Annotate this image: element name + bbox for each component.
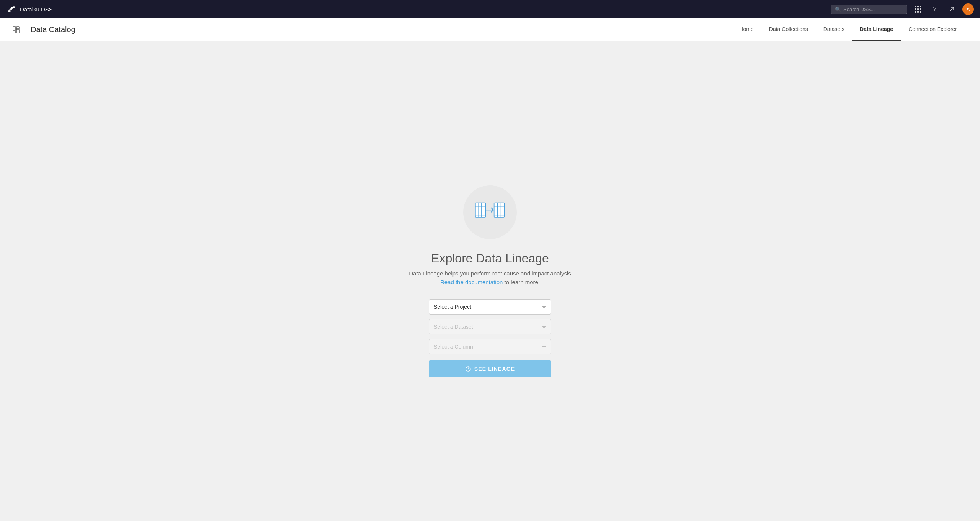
lineage-btn-icon <box>465 366 471 372</box>
question-icon: ? <box>933 6 937 13</box>
tab-data-collections[interactable]: Data Collections <box>761 18 816 41</box>
tab-home[interactable]: Home <box>732 18 761 41</box>
page-title: Data Catalog <box>31 25 75 34</box>
main-content: Explore Data Lineage Data Lineage helps … <box>0 41 980 521</box>
external-link-icon <box>949 6 955 12</box>
apps-grid-button[interactable] <box>912 3 924 15</box>
search-input[interactable] <box>843 7 903 12</box>
app-logo[interactable]: Dataiku DSS <box>6 4 53 15</box>
explore-doc-line: Read the documentation to learn more. <box>440 279 540 285</box>
lineage-datasets-icon <box>475 201 505 224</box>
see-lineage-button[interactable]: SEE LINEAGE <box>429 360 551 377</box>
svg-rect-2 <box>13 31 16 33</box>
catalog-icon-button[interactable] <box>8 18 24 41</box>
lineage-form: Select a Project Select a Dataset Select… <box>429 299 551 377</box>
svg-rect-3 <box>16 27 19 29</box>
column-select-wrapper: Select a Column <box>429 339 551 354</box>
lineage-icon-illustration <box>463 185 517 239</box>
global-search[interactable]: 🔍 <box>831 5 907 14</box>
project-select-wrapper: Select a Project <box>429 299 551 315</box>
catalog-icon <box>12 26 20 34</box>
search-icon: 🔍 <box>835 7 841 12</box>
explore-title: Explore Data Lineage <box>431 251 549 265</box>
external-link-button[interactable] <box>946 3 958 15</box>
doc-link-suffix: to learn more. <box>503 279 540 285</box>
svg-rect-1 <box>13 27 16 30</box>
tab-connection-explorer[interactable]: Connection Explorer <box>901 18 965 41</box>
see-lineage-label: SEE LINEAGE <box>474 366 515 372</box>
tab-data-lineage[interactable]: Data Lineage <box>852 18 901 41</box>
top-nav: Dataiku DSS 🔍 ? A <box>0 0 980 18</box>
project-select[interactable]: Select a Project <box>429 299 551 315</box>
explore-subtitle: Data Lineage helps you perform root caus… <box>409 270 571 277</box>
help-button[interactable]: ? <box>929 3 941 15</box>
user-avatar[interactable]: A <box>962 3 974 15</box>
tab-datasets[interactable]: Datasets <box>816 18 852 41</box>
page-tabs: Home Data Collections Datasets Data Line… <box>732 18 965 41</box>
app-title: Dataiku DSS <box>20 6 53 13</box>
bird-logo-icon <box>6 4 17 15</box>
read-documentation-link[interactable]: Read the documentation <box>440 279 503 285</box>
secondary-nav: Data Catalog Home Data Collections Datas… <box>0 18 980 41</box>
grid-icon <box>915 6 922 13</box>
svg-point-20 <box>468 369 469 370</box>
column-select[interactable]: Select a Column <box>429 339 551 354</box>
svg-rect-4 <box>16 29 19 33</box>
dataset-select[interactable]: Select a Dataset <box>429 319 551 334</box>
svg-point-0 <box>13 6 15 7</box>
dataset-select-wrapper: Select a Dataset <box>429 319 551 334</box>
